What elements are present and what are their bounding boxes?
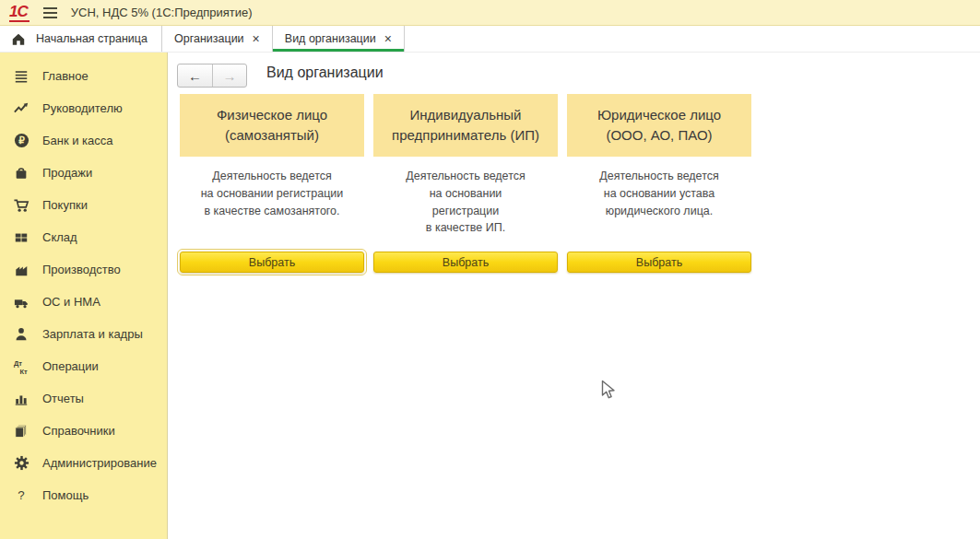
card-description: Деятельность ведется на основании регист… [180, 168, 364, 219]
shopping-bag-icon [12, 165, 30, 182]
tab-label: Организации [174, 32, 244, 45]
truck-icon [12, 294, 30, 311]
question-icon: ? [12, 487, 30, 504]
svg-text:₽: ₽ [18, 135, 25, 146]
tab-label: Вид организации [285, 32, 376, 45]
select-button-entrepreneur[interactable]: Выбрать [373, 252, 558, 273]
titlebar: 1С УСН, НДС 5% (1С:Предприятие) [0, 0, 980, 26]
sidebar-item-label: Справочники [42, 424, 115, 438]
sidebar-item-rukovoditelyu[interactable]: Руководителю [0, 92, 167, 124]
forward-button[interactable]: → [212, 64, 246, 87]
bar-chart-icon [12, 391, 30, 407]
boxes-icon [12, 229, 30, 246]
home-icon [9, 30, 28, 47]
card-legal-entity: Юридическое лицо (ООО, АО, ПАО) Деятельн… [567, 94, 751, 275]
mouse-cursor-icon [601, 380, 617, 404]
main-content: ← → Вид организации Физическое лицо (сам… [168, 53, 980, 539]
tab-organizacii[interactable]: Организации × [162, 26, 273, 52]
sidebar-item-administrirovanie[interactable]: Администрирование [0, 447, 167, 479]
gear-icon [12, 455, 30, 472]
shopping-cart-icon [12, 197, 30, 214]
select-button-self-employed[interactable]: Выбрать [180, 252, 364, 273]
sidebar-item-operacii[interactable]: Дт Кт Операции [0, 350, 167, 382]
close-icon[interactable]: × [253, 32, 260, 45]
sidebar-item-prodazhi[interactable]: Продажи [0, 157, 167, 189]
person-icon [12, 326, 30, 343]
sidebar-item-glavnoe[interactable]: Главное [0, 60, 167, 92]
svg-text:Кт: Кт [20, 367, 29, 375]
history-nav-group: ← → [177, 64, 247, 88]
card-title: Юридическое лицо (ООО, АО, ПАО) [567, 94, 751, 157]
card-description: Деятельность ведется на основании устава… [567, 168, 751, 219]
sidebar-item-label: Отчеты [42, 392, 84, 405]
sidebar-item-pokupki[interactable]: Покупки [0, 189, 167, 221]
sidebar-item-label: ОС и НМА [42, 295, 100, 309]
sidebar-item-label: Руководителю [42, 101, 123, 115]
sidebar-item-proizvodstvo[interactable]: Производство [0, 253, 167, 286]
sidebar-item-pomoshch[interactable]: ? Помощь [0, 479, 167, 511]
tab-home-label: Начальная страница [36, 32, 148, 45]
sidebar-item-label: Помощь [42, 488, 89, 502]
sidebar-item-label: Администрирование [42, 456, 157, 470]
page-title: Вид организации [266, 64, 384, 81]
card-title: Индивидуальный предприниматель (ИП) [373, 94, 558, 157]
sidebar-item-label: Главное [42, 69, 89, 83]
sidebar-item-spravochniki[interactable]: Справочники [0, 415, 167, 447]
organization-type-cards: Физическое лицо (самозанятый) Деятельнос… [180, 94, 770, 278]
card-individual-self-employed: Физическое лицо (самозанятый) Деятельнос… [180, 94, 364, 275]
sidebar-item-label: Банк и касса [42, 134, 113, 147]
factory-icon [12, 262, 30, 278]
sidebar-item-bank-i-kassa[interactable]: ₽ Банк и касса [0, 124, 167, 157]
sidebar-item-label: Производство [42, 263, 121, 276]
sidebar-item-zarplata-i-kadry[interactable]: Зарплата и кадры [0, 318, 167, 350]
card-description: Деятельность ведется на основании регист… [373, 168, 558, 237]
svg-text:?: ? [18, 488, 24, 502]
books-icon [12, 423, 30, 439]
app-title: УСН, НДС 5% (1С:Предприятие) [71, 6, 253, 19]
active-tab-underline [273, 49, 404, 52]
sidebar-item-label: Покупки [42, 198, 88, 212]
sidebar: Главное Руководителю ₽ Банк и касса [0, 53, 168, 539]
tabbar: Начальная страница Организации × Вид орг… [0, 26, 980, 53]
card-individual-entrepreneur: Индивидуальный предприниматель (ИП) Деят… [373, 94, 558, 275]
card-title: Физическое лицо (самозанятый) [180, 94, 364, 157]
sidebar-item-label: Продажи [42, 166, 92, 180]
1c-logo-icon: 1С [9, 4, 30, 22]
tab-home[interactable]: Начальная страница [0, 26, 162, 52]
debit-credit-icon: Дт Кт [12, 358, 30, 375]
back-button[interactable]: ← [178, 64, 212, 87]
close-icon[interactable]: × [384, 32, 392, 45]
tab-vid-organizacii[interactable]: Вид организации × [273, 26, 405, 52]
sidebar-item-label: Операции [42, 359, 99, 373]
ruble-circle-icon: ₽ [12, 133, 30, 149]
sidebar-item-label: Зарплата и кадры [42, 327, 143, 341]
menu-lines-icon [12, 68, 30, 85]
sidebar-item-sklad[interactable]: Склад [0, 221, 167, 253]
select-button-legal-entity[interactable]: Выбрать [567, 252, 751, 273]
trend-up-icon [12, 100, 30, 117]
sidebar-item-otchety[interactable]: Отчеты [0, 382, 167, 415]
sidebar-item-label: Склад [42, 230, 77, 244]
hamburger-menu-icon[interactable] [43, 7, 57, 18]
sidebar-item-os-i-nma[interactable]: ОС и НМА [0, 286, 167, 318]
